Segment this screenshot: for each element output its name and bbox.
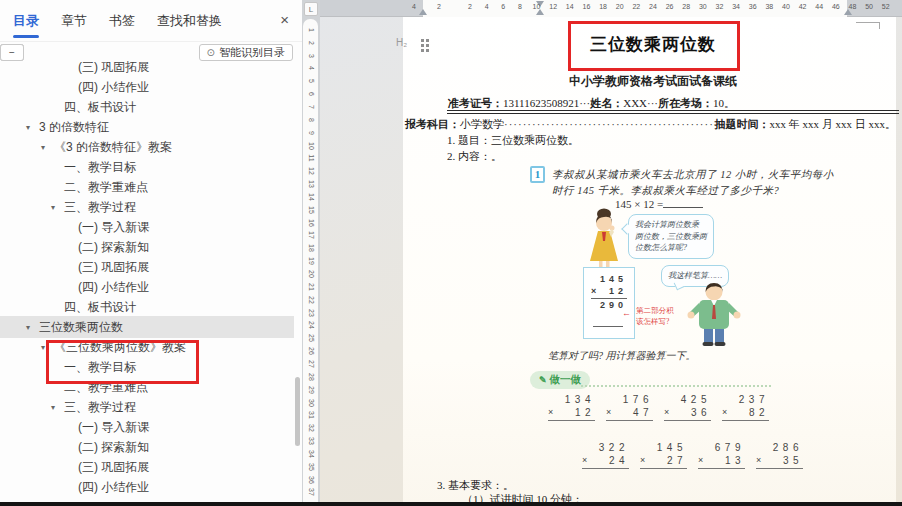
subject-segment: 抽题时间： [715, 117, 770, 132]
outline-item-label: (四) 小结作业 [78, 279, 149, 296]
outline-item[interactable]: (二) 探索新知 [0, 237, 294, 257]
collapse-arrow-icon[interactable]: ▾ [41, 343, 54, 352]
outline-item[interactable]: 一、教学目标 [0, 357, 294, 377]
problem-text-line1: 李叔叔从某城市乘火车去北京用了 12 小时，火车平均每小 [552, 168, 834, 182]
panel-scrollbar-thumb[interactable] [295, 377, 300, 446]
problem-number-badge: 1 [530, 166, 545, 183]
text-boundary-corner-mark [856, 22, 880, 29]
panel-scrollbar [295, 60, 301, 498]
double-rule [447, 110, 899, 114]
outline-item[interactable]: ▾《三位数乘两位数》教案 [0, 337, 294, 357]
practice-row-1: 134 ×12 176 ×47 425 ×36 237 ×82 [548, 393, 769, 421]
ruler-number: 37 [306, 485, 316, 500]
outline-item[interactable]: 二、教学重难点 [0, 377, 294, 397]
practice-problem: 679 ×13 [698, 441, 745, 469]
collapse-arrow-icon[interactable]: ▾ [26, 123, 39, 132]
horizontal-ruler: 4224681012141618202224262830323436384042… [320, 0, 902, 17]
outline-item-label: (二) 探索新知 [78, 239, 149, 256]
panel-tab[interactable]: 目录 [13, 1, 39, 41]
info-segment: XXX··· [623, 97, 658, 109]
outline-tree: (三) 巩固拓展(四) 小结作业四、板书设计▾3 的倍数特征▾《3 的倍数特征》… [0, 57, 294, 502]
outline-item[interactable]: 二、教学重难点 [0, 177, 294, 197]
tab-stop-selector[interactable]: L [304, 2, 318, 16]
heading-level-badge: H₂ [396, 37, 407, 48]
outline-item-label: 一、教学目标 [64, 359, 136, 376]
outline-item[interactable]: 四、板书设计 [0, 297, 294, 317]
document-page[interactable]: H₂ 三位数乘两位数 中小学教师资格考试面试备课纸 准考证号：131116235… [403, 17, 896, 506]
outline-item[interactable]: ▾三、教学过程 [0, 397, 294, 417]
outline-item-label: (一) 导入新课 [78, 219, 149, 236]
outline-item-label: 四、板书设计 [64, 99, 136, 116]
practice-problem: 322 ×24 [582, 441, 629, 469]
ruler-number: 46 [828, 3, 844, 10]
outline-item[interactable]: ▾3 的倍数特征 [0, 117, 294, 137]
mult-operator-row: ×12 [591, 285, 627, 299]
ruler-number: 12 [545, 3, 561, 10]
outline-item[interactable]: (三) 巩固拓展 [0, 457, 294, 477]
outline-item-label: 《3 的倍数特征》教案 [54, 139, 172, 156]
info-segment: 准考证号： [448, 97, 503, 109]
outline-item[interactable]: 一、教学目标 [0, 157, 294, 177]
outline-item[interactable]: ▾《3 的倍数特征》教案 [0, 137, 294, 157]
ruler-number: 42 [795, 3, 811, 10]
outline-item[interactable]: (三) 巩固拓展 [0, 57, 294, 77]
drag-handle-icon[interactable] [421, 39, 424, 42]
outline-item[interactable]: (一) 导入新课 [0, 217, 294, 237]
outline-item[interactable]: (二) 探索新知 [0, 437, 294, 457]
ruler-number: 10 [529, 3, 545, 10]
ruler-number: 30 [695, 3, 711, 10]
subject-segment: xxx 年 xxx 月 xxx 日 xxx。 [770, 117, 897, 132]
collapse-arrow-icon[interactable]: ▾ [51, 403, 64, 412]
panel-tab[interactable]: 章节 [61, 1, 87, 41]
mult-top: 145 [591, 273, 627, 285]
outline-item[interactable]: 四、板书设计 [0, 97, 294, 117]
multiplication-box: 145 ×12 290 [583, 267, 635, 339]
practice-problem: 425 ×36 [664, 393, 711, 421]
vertical-ruler-band: 1234567891011121314151617181920212223242… [303, 19, 318, 506]
practice-problem: 176 ×47 [606, 393, 653, 421]
practice-problem: 237 ×82 [722, 393, 769, 421]
panel-tab[interactable]: 查找和替换 [157, 1, 222, 41]
practice-problem: 145 ×27 [640, 441, 687, 469]
ruler-number: 48 [844, 3, 860, 10]
outline-item-label: (四) 小结作业 [78, 79, 149, 96]
outline-item[interactable]: (四) 小结作业 [0, 77, 294, 97]
pencil-icon: ✎ [539, 375, 547, 385]
ruler-number: 26 [662, 3, 678, 10]
subject-segment: ········································… [504, 118, 715, 130]
panel-tab[interactable]: 书签 [109, 1, 135, 41]
outline-item[interactable]: ▾三位数乘两位数 [0, 317, 294, 337]
outline-item-label: 《三位数乘两位数》教案 [54, 339, 186, 356]
ruler-number: 4 [406, 3, 422, 10]
outline-item-label: 3 的倍数特征 [39, 119, 109, 136]
smart-recognize-icon: ⊙ [207, 48, 215, 58]
close-icon[interactable]: × [280, 12, 289, 27]
outline-item-label: (三) 巩固拓展 [78, 59, 149, 76]
ruler-number: 50 [861, 3, 877, 10]
ruler-number: 36 [745, 3, 761, 10]
outline-item-label: 二、教学重难点 [64, 179, 148, 196]
outline-item[interactable]: (三) 巩固拓展 [0, 257, 294, 277]
outline-item[interactable]: ▾三、教学过程 [0, 197, 294, 217]
outline-item[interactable]: (一) 导入新课 [0, 417, 294, 437]
ruler-number: 2 [431, 3, 447, 10]
vertical-ruler: L 12345678910111213141516171819202122232… [302, 0, 320, 506]
collapse-arrow-icon[interactable]: ▾ [26, 323, 39, 332]
panel-tab-bar: 目录章节书签查找和替换 × [0, 0, 302, 42]
outline-item[interactable]: (四) 小结作业 [0, 477, 294, 497]
equation-blank [663, 198, 703, 208]
subject-line: 报考科目：小学数学·······························… [405, 117, 896, 132]
outline-panel: 目录章节书签查找和替换 × ∨∧+− ⊙ 智能识别目录 (三) 巩固拓展(四) … [0, 0, 302, 506]
outline-item-label: 三、教学过程 [64, 399, 136, 416]
outline-item-label: (三) 巩固拓展 [78, 459, 149, 476]
practice-problem: 134 ×12 [548, 393, 595, 421]
ruler-number: 16 [578, 3, 594, 10]
outline-item-label: 二、教学重难点 [64, 379, 148, 396]
collapse-arrow-icon[interactable]: ▾ [51, 203, 64, 212]
outline-item[interactable]: (四) 小结作业 [0, 277, 294, 297]
equation-line: 145 × 12 = [615, 198, 703, 210]
outline-item-label: (一) 导入新课 [78, 419, 149, 436]
collapse-arrow-icon[interactable]: ▾ [41, 143, 54, 152]
info-segment: 所在考场： [658, 97, 713, 109]
document-subtitle: 中小学教师资格考试面试备课纸 [433, 73, 873, 90]
